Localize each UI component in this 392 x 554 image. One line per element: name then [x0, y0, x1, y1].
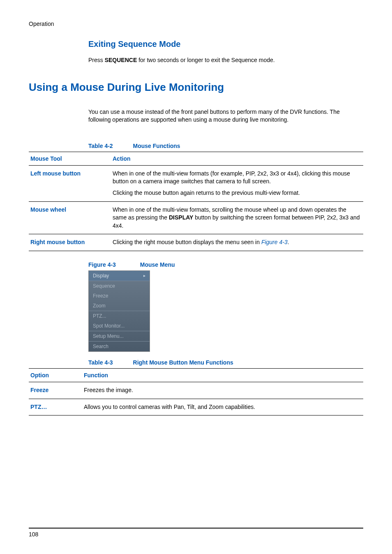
figure-4-3-label: Figure 4-3 — [88, 261, 116, 268]
left-mouse-p1: When in one of the multi-view formats (f… — [113, 170, 350, 185]
menu-spot-monitor: Spot Monitor... — [89, 321, 150, 331]
table-4-2-title: Mouse Functions — [133, 143, 180, 149]
menu-display: Display ▸ — [89, 271, 150, 281]
mouse-functions-table: Mouse Tool Action Left mouse button When… — [29, 152, 363, 251]
table-4-3-title: Right Mouse Button Menu Functions — [133, 359, 233, 366]
using-mouse-intro: You can use a mouse instead of the front… — [88, 108, 363, 124]
menu-search: Search — [89, 342, 150, 351]
freeze-option: Freeze — [29, 382, 82, 399]
col-option: Option — [29, 368, 82, 382]
right-mouse-menu-table: Option Function Freeze Freezes the image… — [29, 368, 363, 416]
right-p1-suffix: . — [288, 239, 289, 245]
mouse-wheel-action: When in one of the multi-view formats, s… — [111, 201, 363, 234]
exit-text-suffix: for two seconds or longer to exit the Se… — [137, 57, 274, 63]
menu-freeze: Freeze — [89, 291, 150, 301]
page-footer: 108 — [29, 528, 363, 538]
figure-4-3-caption: Figure 4-3 Mouse Menu — [88, 261, 363, 268]
exiting-sequence-text: Press SEQUENCE for two seconds or longer… — [88, 56, 363, 65]
right-mouse-label: Right mouse button — [29, 234, 111, 251]
table-row: PTZ… Allows you to control cameras with … — [29, 399, 363, 416]
menu-display-label: Display — [93, 273, 109, 279]
menu-sequence: Sequence — [89, 281, 150, 291]
table-4-2-label: Table 4-2 — [88, 143, 113, 149]
exiting-sequence-heading: Exiting Sequence Mode — [88, 39, 363, 49]
page-number: 108 — [29, 531, 38, 538]
ptz-option: PTZ… — [29, 399, 82, 416]
using-mouse-heading: Using a Mouse During Live Monitoring — [29, 81, 363, 94]
menu-setup: Setup Menu... — [89, 331, 150, 341]
mouse-menu-figure: Display ▸ Sequence Freeze Zoom PTZ... Sp… — [88, 270, 150, 352]
left-mouse-label: Left mouse button — [29, 165, 111, 201]
wheel-p1-bold: DISPLAY — [169, 214, 193, 221]
col-function: Function — [82, 368, 363, 382]
mouse-wheel-label: Mouse wheel — [29, 201, 111, 234]
table-row: Mouse wheel When in one of the multi-vie… — [29, 201, 363, 234]
ptz-function: Allows you to control cameras with Pan, … — [82, 399, 363, 416]
table-4-3-label: Table 4-3 — [88, 359, 113, 366]
freeze-function: Freezes the image. — [82, 382, 363, 399]
section-header-label: Operation — [29, 21, 363, 27]
figure-4-3-link[interactable]: Figure 4-3 — [261, 239, 288, 245]
right-mouse-action: Clicking the right mouse button displays… — [111, 234, 363, 251]
table-row: Left mouse button When in one of the mul… — [29, 165, 363, 201]
chevron-right-icon: ▸ — [143, 273, 145, 278]
exit-text-bold: SEQUENCE — [105, 57, 137, 63]
menu-ptz: PTZ... — [89, 311, 150, 321]
exit-text-prefix: Press — [88, 57, 105, 63]
figure-4-3-title: Mouse Menu — [140, 261, 175, 268]
table-row: Right mouse button Clicking the right mo… — [29, 234, 363, 251]
col-action: Action — [111, 152, 363, 165]
menu-zoom: Zoom — [89, 301, 150, 311]
table-4-2-caption: Table 4-2 Mouse Functions — [88, 143, 363, 149]
right-p1-prefix: Clicking the right mouse button displays… — [113, 239, 261, 245]
col-mouse-tool: Mouse Tool — [29, 152, 111, 165]
left-mouse-p2: Clicking the mouse button again returns … — [113, 186, 362, 197]
table-row: Freeze Freezes the image. — [29, 382, 363, 399]
table-4-3-caption: Table 4-3 Right Mouse Button Menu Functi… — [88, 359, 363, 366]
left-mouse-action: When in one of the multi-view formats (f… — [111, 165, 363, 201]
